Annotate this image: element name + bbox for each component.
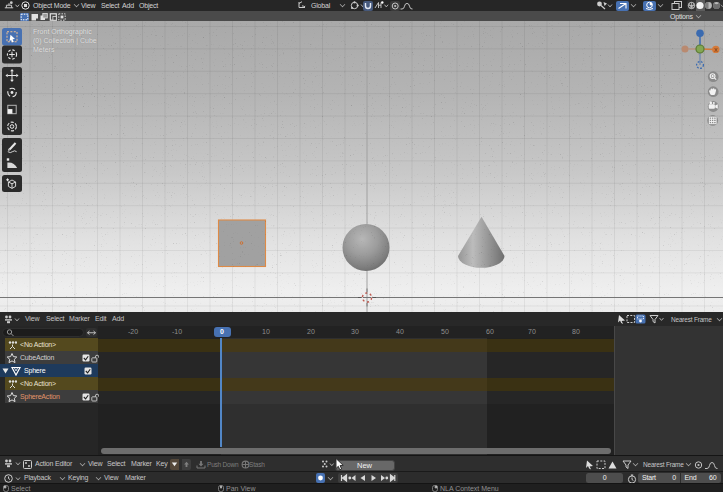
svg-text:X: X	[714, 47, 718, 53]
